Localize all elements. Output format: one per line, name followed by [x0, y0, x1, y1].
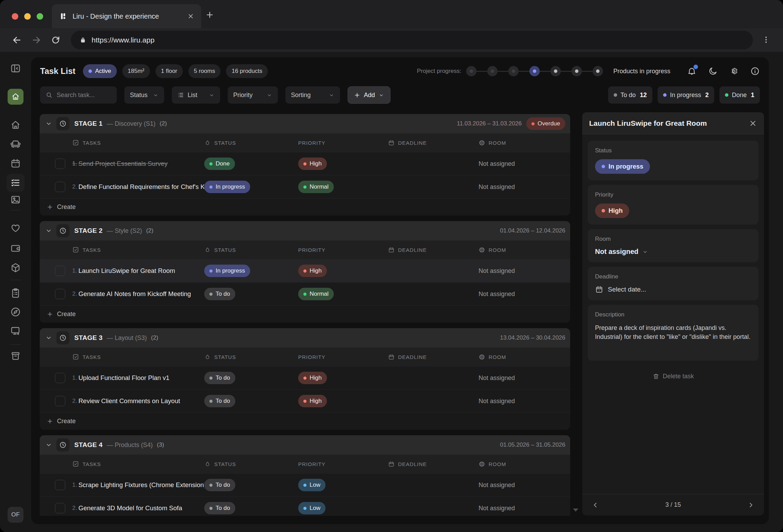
sidebar-item-project-home[interactable] [8, 89, 23, 105]
status-badge[interactable]: In progress [204, 181, 250, 193]
stage-header[interactable]: STAGE 4 — Products (S4) (3) 01.05.2026 –… [40, 435, 570, 455]
user-avatar[interactable]: OF [8, 507, 23, 523]
browser-menu-icon[interactable] [762, 35, 771, 44]
status-filter-dropdown[interactable]: Status [124, 86, 164, 104]
task-checkbox[interactable] [55, 289, 65, 299]
task-checkbox[interactable] [55, 182, 65, 192]
task-checkbox[interactable] [55, 159, 65, 169]
status-badge[interactable]: To do [204, 502, 235, 514]
sorting-dropdown[interactable]: Sorting [285, 86, 340, 104]
status-droplet-icon [204, 247, 211, 253]
dark-mode-moon-icon[interactable] [708, 66, 718, 76]
status-badge[interactable]: To do [204, 288, 235, 300]
task-checkbox[interactable] [55, 480, 65, 490]
task-checkbox[interactable] [55, 266, 65, 276]
forward-icon[interactable] [31, 35, 41, 45]
status-value-chip[interactable]: In progress [595, 159, 650, 174]
task-row[interactable]: 2.Generate AI Notes from Kickoff Meeting… [40, 282, 570, 305]
task-row[interactable]: 1.Send Project Essentials Survey Done Hi… [40, 152, 570, 175]
sidebar-item-clipboard-icon[interactable] [10, 287, 21, 298]
search-input[interactable]: Search task... [40, 86, 117, 104]
task-row[interactable]: 2.Review Client Comments on Layout To do… [40, 389, 570, 412]
task-title: Generate 3D Model for Custom Sofa [78, 504, 182, 512]
close-window-button[interactable] [12, 13, 18, 20]
stage-header[interactable]: STAGE 2 — Style (S2) (2) 01.04.2026 – 12… [40, 221, 570, 240]
stage-header[interactable]: STAGE 1 — Discovery (S1) (2) 11.03.2026 … [40, 114, 570, 133]
task-row[interactable]: 2.Generate 3D Model for Custom Sofa To d… [40, 496, 570, 516]
create-task-button[interactable]: Create [40, 198, 570, 216]
collapse-chevron-icon[interactable] [45, 334, 52, 341]
description-text[interactable]: Prepare a deck of inspiration cards (Jap… [595, 323, 751, 341]
task-row[interactable]: 1.Upload Functional Floor Plan v1 To do … [40, 366, 570, 389]
task-row[interactable]: 1.Scrape Lighting Fixtures (Chrome Exten… [40, 473, 570, 496]
task-checkbox[interactable] [55, 396, 65, 406]
panel-toggle-icon[interactable] [10, 63, 21, 74]
sidebar-item-images-icon[interactable] [10, 194, 21, 205]
status-badge[interactable]: Done [204, 158, 235, 170]
task-row[interactable]: 2.Define Functional Requirements for Che… [40, 175, 570, 198]
priority-badge[interactable]: High [298, 372, 327, 384]
collapse-chevron-icon[interactable] [45, 120, 52, 127]
priority-value-chip[interactable]: High [595, 203, 629, 218]
collapse-chevron-icon[interactable] [45, 227, 52, 234]
sidebar-item-budget-icon[interactable] [10, 243, 21, 254]
todo-count-chip[interactable]: To do12 [608, 86, 652, 104]
priority-filter-dropdown[interactable]: Priority [228, 86, 278, 104]
browser-tab[interactable]: Liru - Design the experience [52, 4, 201, 28]
done-count-chip[interactable]: Done1 [719, 86, 760, 104]
sidebar-item-explore-icon[interactable] [10, 306, 21, 317]
sidebar-item-furniture-icon[interactable] [10, 139, 21, 150]
sidebar-item-products-icon[interactable] [10, 262, 21, 273]
sidebar-item-calendar-icon[interactable] [10, 158, 21, 169]
stage-header[interactable]: STAGE 3 — Layout (S3) (2) 13.04.2026 – 3… [40, 328, 570, 348]
create-task-button[interactable]: Create [40, 305, 570, 323]
task-row-selected[interactable]: 1.Launch LiruSwipe for Great Room In pro… [40, 259, 570, 282]
clock-icon[interactable] [56, 117, 69, 130]
clock-icon[interactable] [56, 438, 69, 452]
collapse-chevron-icon[interactable] [45, 441, 52, 448]
back-icon[interactable] [12, 35, 22, 45]
scroll-down-indicator[interactable] [573, 509, 578, 512]
sidebar-item-favorites-icon[interactable] [10, 222, 21, 234]
priority-badge[interactable]: High [298, 265, 327, 277]
chevron-right-icon[interactable] [747, 501, 755, 509]
priority-badge[interactable]: Low [298, 479, 326, 491]
detail-title: Launch LiruSwipe for Great Room [589, 119, 707, 127]
priority-badge[interactable]: High [298, 395, 327, 407]
priority-badge[interactable]: Normal [298, 288, 334, 300]
clock-icon[interactable] [56, 331, 69, 344]
status-badge[interactable]: To do [204, 372, 235, 384]
chevron-left-icon[interactable] [592, 501, 599, 509]
inprogress-count-chip[interactable]: In progress2 [658, 86, 714, 104]
url-bar[interactable]: https://www.liru.app [71, 31, 753, 49]
notifications-bell-icon[interactable] [687, 66, 697, 76]
sidebar-item-home-icon[interactable] [10, 120, 21, 131]
tab-close-icon[interactable] [187, 13, 194, 20]
settings-gear-icon[interactable] [729, 66, 739, 76]
delete-task-button[interactable]: Delete task [588, 373, 758, 380]
add-task-button[interactable]: Add [348, 86, 390, 104]
sidebar-item-tasks-icon[interactable] [7, 174, 25, 192]
create-task-button[interactable]: Create [40, 412, 570, 430]
zoom-window-button[interactable] [37, 13, 43, 20]
project-status-pill[interactable]: Active [83, 64, 116, 78]
status-badge[interactable]: To do [204, 395, 235, 407]
info-icon[interactable] [750, 66, 760, 76]
status-badge[interactable]: In progress [204, 265, 250, 277]
deadline-date-picker[interactable]: Select date... [595, 285, 751, 294]
sidebar-item-showroom-icon[interactable] [10, 325, 21, 336]
priority-badge[interactable]: High [298, 158, 327, 170]
minimize-window-button[interactable] [24, 13, 31, 20]
status-badge[interactable]: To do [204, 479, 235, 491]
view-mode-dropdown[interactable]: List [172, 86, 220, 104]
reload-icon[interactable] [51, 35, 60, 45]
task-checkbox[interactable] [55, 503, 65, 513]
clock-icon[interactable] [56, 224, 69, 237]
task-checkbox[interactable] [55, 373, 65, 383]
room-select[interactable]: Not assigned [595, 248, 751, 256]
priority-badge[interactable]: Low [298, 502, 326, 514]
close-icon[interactable] [749, 119, 757, 127]
priority-badge[interactable]: Normal [298, 181, 334, 193]
new-tab-button[interactable] [205, 10, 214, 19]
sidebar-item-archive-icon[interactable] [10, 350, 21, 361]
